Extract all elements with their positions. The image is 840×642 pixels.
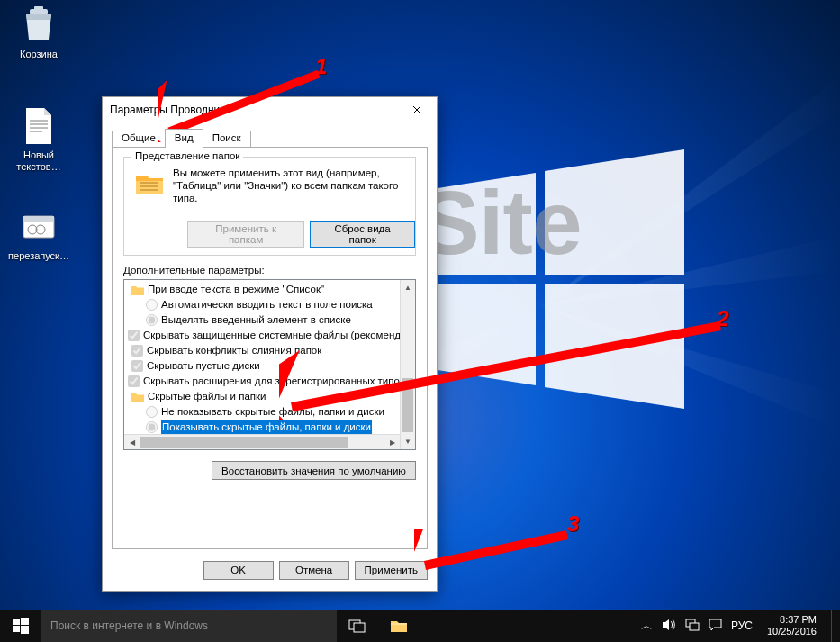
tree-check[interactable]: Скрывать расширения для зарегистрированн…	[124, 374, 400, 389]
folder-options-dialog: Параметры Проводника Общие Вид Поиск Пре…	[102, 96, 438, 592]
cancel-button[interactable]: Отмена	[279, 561, 349, 580]
annotation-number: 2	[717, 306, 728, 331]
desktop-icon-bat[interactable]: перезапуск…	[7, 207, 70, 262]
windows-logo	[378, 72, 840, 450]
tree-check[interactable]: Скрывать конфликты слияния папок	[124, 343, 400, 358]
scroll-up-icon[interactable]: ▲	[401, 280, 415, 295]
tree-check[interactable]: Скрывать защищенные системные файлы (рек…	[124, 328, 400, 343]
svg-rect-27	[354, 623, 365, 632]
tray-clock[interactable]: 8:37 PM 10/25/2016	[762, 614, 822, 637]
tree-group[interactable]: Скрытые файлы и папки	[124, 389, 400, 404]
annotation-number: 3	[567, 511, 579, 537]
apply-button[interactable]: Применить	[355, 561, 428, 580]
tree-group[interactable]: При вводе текста в режиме "Список"	[124, 282, 400, 297]
scroll-down-icon[interactable]: ▼	[401, 434, 415, 449]
restore-defaults-button[interactable]: Восстановить значения по умолчанию	[212, 461, 416, 480]
svg-marker-5	[432, 173, 536, 275]
annotation-number: 1	[315, 54, 327, 79]
horizontal-scrollbar[interactable]: ◀ ▶	[124, 434, 400, 449]
svg-rect-25	[21, 626, 29, 634]
tray-network-icon[interactable]	[685, 619, 700, 634]
desktop-icon-label: перезапуск…	[7, 250, 70, 262]
desktop-icon-label: Новый текстов…	[7, 149, 70, 173]
svg-rect-10	[34, 6, 43, 10]
desktop-icon-label: Корзина	[7, 49, 70, 60]
tray-action-center-icon[interactable]	[709, 619, 722, 634]
ok-button[interactable]: OK	[203, 561, 274, 580]
dialog-buttons: OK Отмена Применить	[103, 549, 437, 591]
tree-check[interactable]: Скрывать пустые диски	[124, 358, 400, 374]
svg-marker-8	[545, 284, 684, 409]
tree-radio[interactable]: Выделять введенный элемент в списке	[124, 312, 400, 328]
svg-rect-22	[13, 619, 20, 625]
scroll-track[interactable]	[401, 295, 415, 434]
desktop-icon-recycle-bin[interactable]: Корзина	[7, 5, 70, 60]
recycle-bin-icon	[19, 5, 59, 45]
svg-rect-23	[21, 618, 29, 625]
group-legend: Представление папок	[131, 150, 243, 161]
windows-start-icon	[13, 618, 29, 634]
file-explorer-icon	[390, 619, 408, 633]
taskbar-app-explorer[interactable]	[378, 610, 420, 642]
tray-time: 8:37 PM	[767, 614, 817, 626]
taskbar-search[interactable]: Поиск в интернете и в Windows	[41, 610, 337, 642]
scroll-thumb[interactable]	[140, 437, 348, 448]
tab-panel-view: Представление папок Вы можете применить …	[112, 147, 428, 549]
folder-views-group: Представление папок Вы можете применить …	[123, 157, 416, 256]
text-file-icon	[19, 106, 59, 146]
scroll-track[interactable]	[140, 435, 384, 449]
tray-date: 10/25/2016	[767, 626, 817, 637]
svg-rect-29	[690, 623, 699, 630]
vertical-scrollbar[interactable]: ▲ ▼	[400, 280, 415, 449]
tree-radio[interactable]: Автоматически вводить текст в поле поиск…	[124, 297, 400, 312]
taskbar: Поиск в интернете и в Windows ︿ РУС 8:37…	[0, 610, 840, 642]
search-placeholder: Поиск в интернете и в Windows	[50, 619, 208, 632]
svg-marker-7	[432, 284, 536, 385]
system-tray: ︿ РУС 8:37 PM 10/25/2016	[641, 610, 840, 642]
folder-icon	[133, 167, 166, 199]
advanced-settings-list[interactable]: При вводе текста в режиме "Список" Автом…	[123, 279, 416, 450]
show-desktop-button[interactable]	[831, 610, 836, 642]
tabs: Общие Вид Поиск	[112, 129, 250, 148]
tray-chevron-up-icon[interactable]: ︿	[641, 618, 653, 634]
reset-folders-button[interactable]: Сброс вида папок	[310, 221, 415, 248]
desktop-icon-textfile[interactable]: Новый текстов…	[7, 106, 70, 173]
tab-view[interactable]: Вид	[165, 129, 203, 148]
dialog-title: Параметры Проводника	[103, 97, 437, 122]
batch-file-icon	[19, 207, 59, 247]
tray-volume-icon[interactable]	[662, 619, 676, 634]
scroll-right-icon[interactable]: ▶	[384, 435, 400, 449]
svg-marker-6	[545, 149, 684, 275]
scroll-left-icon[interactable]: ◀	[124, 435, 140, 449]
task-view-button[interactable]	[337, 610, 378, 642]
tree-radio-show-hidden[interactable]: Показывать скрытые файлы, папки и диски	[124, 420, 400, 435]
tree-radio[interactable]: Не показывать скрытые файлы, папки и дис…	[124, 404, 400, 420]
svg-rect-16	[23, 216, 54, 222]
close-button[interactable]	[397, 97, 437, 122]
scroll-thumb[interactable]	[402, 378, 413, 432]
group-text: Вы можете применить этот вид (например, …	[173, 167, 406, 204]
svg-rect-24	[13, 626, 20, 632]
task-view-icon	[348, 619, 366, 633]
advanced-label: Дополнительные параметры:	[123, 265, 265, 276]
apply-to-folders-button: Применить к папкам	[187, 221, 304, 248]
tray-language[interactable]: РУС	[731, 619, 753, 632]
start-button[interactable]	[0, 610, 41, 642]
